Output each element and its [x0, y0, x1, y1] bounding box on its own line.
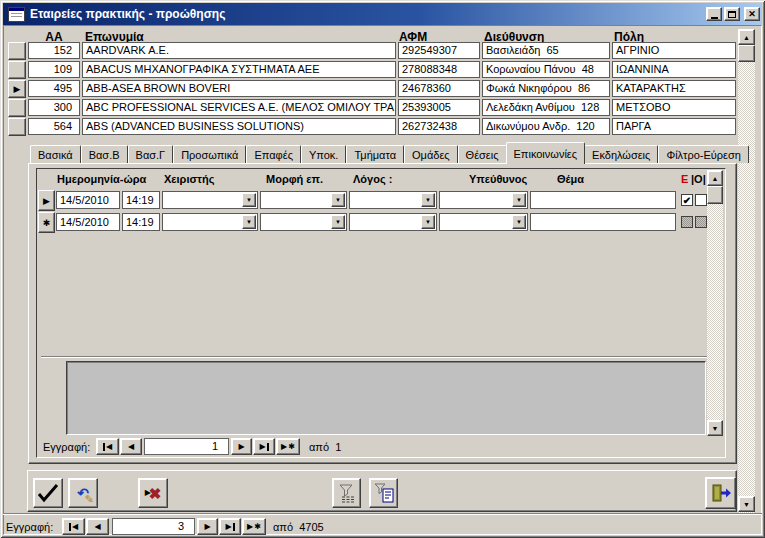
- cell-name[interactable]: ABACUS ΜΗΧΑΝΟΓΡΑΦΙΚΑ ΣΥΣΤΗΜΑΤΑ ΑΕΕ: [82, 61, 396, 78]
- cell-afm[interactable]: 25393005: [398, 99, 480, 116]
- main-scrollbar-track[interactable]: [738, 29, 755, 513]
- sf-operator-combo[interactable]: ▼: [162, 213, 258, 231]
- sf-outgoing-checkbox-null[interactable]: [695, 216, 707, 228]
- sf-subject-field[interactable]: [530, 213, 676, 231]
- sf-reason-combo[interactable]: ▼: [349, 191, 437, 209]
- sf-time-field[interactable]: 14:19: [122, 213, 160, 231]
- cell-aa[interactable]: 564: [28, 118, 80, 135]
- sf-operator-combo[interactable]: ΒΕΛΕΤΑΚΟΣ Ε ▼: [162, 191, 258, 209]
- close-button[interactable]: ✕: [744, 7, 760, 21]
- tab-theseis[interactable]: Θέσεις: [458, 145, 507, 163]
- cell-afm[interactable]: 24678360: [398, 80, 480, 97]
- row-selector[interactable]: [8, 99, 26, 117]
- dropdown-button[interactable]: ▼: [512, 215, 526, 229]
- delete-record-button[interactable]: ▶ ✖: [138, 478, 168, 508]
- dropdown-button[interactable]: ▼: [421, 193, 435, 207]
- sf-contact-form-combo[interactable]: ▼: [260, 213, 347, 231]
- filter-button[interactable]: [332, 478, 361, 508]
- sf-responsible-combo[interactable]: ΒΟΥΛΟΥΚΟΥ ΕΥΔ ▼: [439, 191, 528, 209]
- sf-reason-combo[interactable]: ▼: [349, 213, 437, 231]
- next-record-button[interactable]: ▶: [197, 518, 218, 535]
- cell-address[interactable]: Δικωνύμου Ανδρ. 120: [482, 118, 610, 135]
- tab-epikoinonies-active[interactable]: Επικοινωνίες: [506, 142, 586, 164]
- sf-contact-form-combo[interactable]: 1 - Τηλεφωνικ ▼: [260, 191, 347, 209]
- scroll-down-button[interactable]: ▼: [707, 420, 723, 436]
- minimize-button[interactable]: [706, 7, 722, 21]
- filter-by-form-button[interactable]: [369, 478, 398, 508]
- sf-date-field[interactable]: 14/5/2010: [56, 213, 120, 231]
- dropdown-button[interactable]: ▼: [242, 215, 256, 229]
- prev-record-button[interactable]: ◀: [86, 518, 109, 535]
- tab-tmimata[interactable]: Τμήματα: [346, 145, 404, 163]
- row-selector[interactable]: [8, 42, 26, 60]
- cell-city[interactable]: ΙΩΑΝΝΙΝΑ: [612, 61, 736, 78]
- sf-row-selector-current[interactable]: ▶: [38, 190, 55, 211]
- row-selector-current[interactable]: ▶: [8, 80, 26, 98]
- cell-aa[interactable]: 152: [28, 42, 80, 59]
- cell-name[interactable]: ABC PROFESSIONAL SERVICES A.E. (ΜΕΛΟΣ ΟΜ…: [82, 99, 396, 116]
- subform-scrollbar-thumb[interactable]: [707, 186, 723, 204]
- tab-omades[interactable]: Ομάδες: [404, 145, 458, 163]
- subform-scrollbar-track[interactable]: [707, 170, 723, 436]
- sf-time-field[interactable]: 14:19: [122, 191, 160, 209]
- row-selector[interactable]: [8, 61, 26, 79]
- dropdown-button[interactable]: ▼: [512, 193, 526, 207]
- tab-prosopika[interactable]: Προσωπικά: [173, 145, 246, 163]
- cell-city[interactable]: ΚΑΤΑΡΑΚΤΗΣ: [612, 80, 736, 97]
- cell-address[interactable]: Κορωναίου Πάνου 48: [482, 61, 610, 78]
- sf-incoming-checkbox-null[interactable]: [681, 216, 693, 228]
- dropdown-button[interactable]: ▼: [421, 215, 435, 229]
- sf-next-record-button[interactable]: ▶: [231, 438, 252, 455]
- cell-city[interactable]: ΑΓΡΙΝΙΟ: [612, 42, 736, 59]
- cell-address[interactable]: Βασιλειάδη 65: [482, 42, 610, 59]
- new-record-button[interactable]: ▶✱: [242, 518, 266, 535]
- tab-ekdiloseis[interactable]: Εκδηλώσεις: [584, 145, 658, 163]
- cell-address[interactable]: Φωκά Νικηφόρου 86: [482, 80, 610, 97]
- cell-city[interactable]: ΜΕΤΣΟΒΟ: [612, 99, 736, 116]
- tab-vas-g[interactable]: Βασ.Γ: [128, 145, 174, 163]
- tab-epafes[interactable]: Επαφές: [246, 145, 300, 163]
- scroll-down-button[interactable]: ▼: [738, 496, 755, 512]
- sf-responsible-combo[interactable]: ▼: [439, 213, 528, 231]
- cell-address[interactable]: Λελεδάκη Ανθίμου 128: [482, 99, 610, 116]
- sf-first-record-button[interactable]: ◀: [96, 438, 119, 455]
- tab-vasika[interactable]: Βασικά: [30, 145, 81, 163]
- sf-date-field[interactable]: 14/5/2010: [56, 191, 120, 209]
- cell-name[interactable]: ABS (ADVANCED BUSINESS SOLUTIONS): [82, 118, 396, 135]
- sf-outgoing-checkbox[interactable]: [695, 194, 707, 206]
- save-record-button[interactable]: [33, 478, 63, 508]
- cell-name[interactable]: ABB-ASEA BROWN BOVERI: [82, 80, 396, 97]
- record-number-input[interactable]: 3: [112, 518, 195, 535]
- last-record-button[interactable]: ▶: [219, 518, 241, 535]
- main-scrollbar-thumb[interactable]: [738, 45, 755, 62]
- dropdown-button[interactable]: ▼: [331, 193, 345, 207]
- undo-button[interactable]: ↶ ✎: [68, 478, 98, 508]
- cell-aa[interactable]: 495: [28, 80, 80, 97]
- notes-memo-box[interactable]: [66, 361, 706, 435]
- first-record-button[interactable]: ◀: [62, 518, 85, 535]
- sf-incoming-checkbox-checked[interactable]: ✔: [681, 194, 693, 206]
- dropdown-button[interactable]: ▼: [242, 193, 256, 207]
- sf-last-record-button[interactable]: ▶: [253, 438, 275, 455]
- scroll-up-button[interactable]: ▲: [738, 29, 755, 45]
- cell-aa[interactable]: 300: [28, 99, 80, 116]
- sf-subject-field[interactable]: [530, 191, 676, 209]
- scroll-up-button[interactable]: ▲: [707, 170, 723, 186]
- sf-new-record-button[interactable]: ▶✱: [276, 438, 300, 455]
- cell-afm[interactable]: 278088348: [398, 61, 480, 78]
- sf-prev-record-button[interactable]: ◀: [120, 438, 142, 455]
- dropdown-button[interactable]: ▼: [331, 215, 345, 229]
- maximize-button[interactable]: [724, 7, 740, 21]
- cell-city[interactable]: ΠΑΡΓΑ: [612, 118, 736, 135]
- sf-record-number-input[interactable]: 1: [144, 438, 229, 455]
- cell-afm[interactable]: 292549307: [398, 42, 480, 59]
- row-selector[interactable]: [8, 118, 26, 136]
- exit-form-button[interactable]: [705, 477, 736, 509]
- cell-afm[interactable]: 262732438: [398, 118, 480, 135]
- tab-filtro-euresi[interactable]: Φίλτρο-Εύρεση: [658, 145, 749, 163]
- cell-name[interactable]: AARDVARK A.E.: [82, 42, 396, 59]
- cell-aa[interactable]: 109: [28, 61, 80, 78]
- tab-ypok[interactable]: Υποκ.: [301, 145, 346, 163]
- tab-vas-b[interactable]: Βασ.Β: [81, 145, 128, 163]
- sf-row-selector-new[interactable]: ✱: [38, 212, 55, 233]
